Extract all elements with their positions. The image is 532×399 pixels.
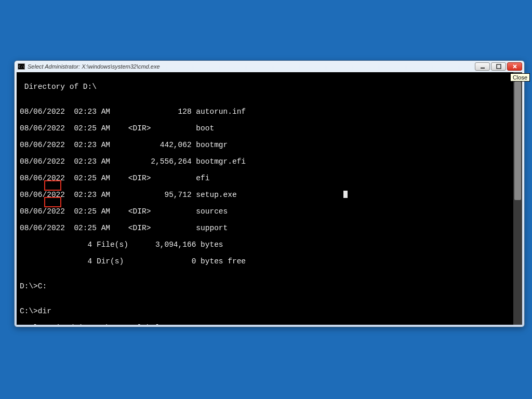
maximize-button[interactable] [491, 62, 506, 71]
window-title: Select Administrator: X:\windows\system3… [28, 63, 475, 70]
scrollbar[interactable] [513, 72, 522, 325]
close-button[interactable] [507, 62, 522, 71]
terminal-output[interactable]: Directory of D:\ 08/06/2022 02:23 AM 128… [17, 72, 522, 325]
output-line: Volume in drive C has no label. [20, 324, 519, 325]
output-line: 08/06/2022 02:25 AM <DIR> efi [20, 174, 519, 182]
output-line: 4 Dir(s) 0 bytes free [20, 257, 519, 265]
text-cursor-icon [343, 191, 348, 198]
svg-rect-0 [481, 68, 485, 69]
output-line: 08/06/2022 02:25 AM <DIR> sources [20, 207, 519, 216]
output-line: 08/06/2022 02:25 AM <DIR> support [20, 224, 519, 232]
cmd-window: Select Administrator: X:\windows\system3… [14, 60, 525, 327]
output-line: 08/06/2022 02:23 AM 442,062 bootmgr [20, 141, 519, 149]
output-line: 08/06/2022 02:25 AM <DIR> boot [20, 124, 519, 132]
output-line: 08/06/2022 02:23 AM 2,556,264 bootmgr.ef… [20, 157, 519, 166]
cmd-icon [18, 63, 25, 70]
output-line: 08/06/2022 02:23 AM 128 autorun.inf [20, 108, 519, 116]
scrollbar-thumb[interactable] [514, 82, 521, 200]
output-line: 08/06/2022 02:23 AM 95,712 setup.exe [20, 191, 519, 199]
close-tooltip: Close [510, 73, 530, 82]
window-controls [475, 62, 522, 71]
output-line: 4 File(s) 3,094,166 bytes [20, 241, 519, 249]
output-line: Directory of D:\ [20, 83, 519, 91]
prompt-line: D:\>C: [20, 282, 519, 290]
svg-rect-1 [497, 64, 501, 69]
titlebar[interactable]: Select Administrator: X:\windows\system3… [15, 61, 524, 72]
prompt-line: C:\>dir [20, 307, 519, 315]
minimize-button[interactable] [475, 62, 490, 71]
